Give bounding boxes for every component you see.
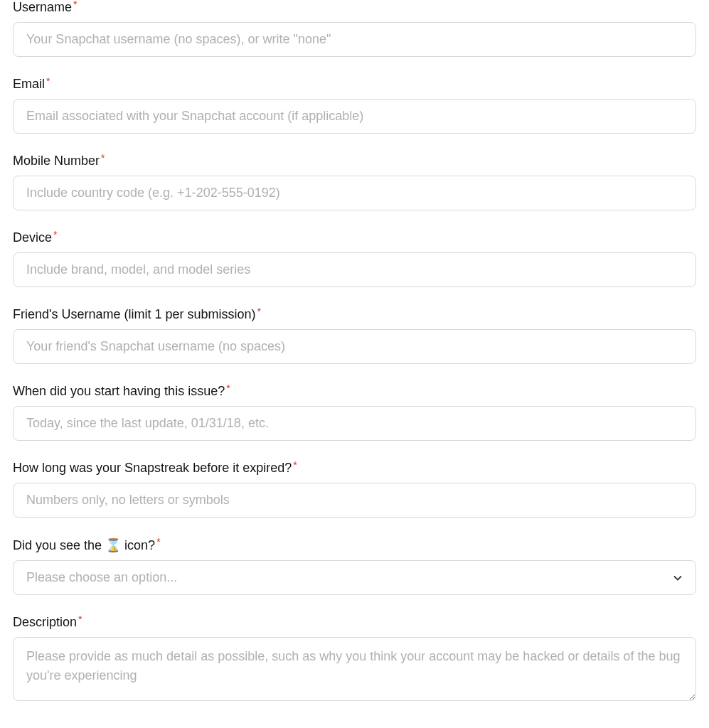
username-label: Username* (13, 0, 77, 15)
device-field-group: Device* (13, 230, 696, 287)
email-input[interactable] (13, 99, 696, 134)
required-asterisk: * (53, 229, 57, 240)
email-label: Email* (13, 77, 50, 92)
description-label: Description* (13, 615, 82, 630)
label-text: Friend's Username (limit 1 per submissio… (13, 307, 256, 321)
label-text: Device (13, 230, 52, 245)
email-field-group: Email* (13, 77, 696, 134)
required-asterisk: * (101, 152, 105, 164)
required-asterisk: * (257, 306, 261, 317)
description-field-group: Description* (13, 615, 696, 704)
issue-start-input[interactable] (13, 406, 696, 441)
required-asterisk: * (293, 459, 297, 471)
issue-start-label: When did you start having this issue?* (13, 384, 230, 399)
device-input[interactable] (13, 252, 696, 287)
snapstreak-length-label: How long was your Snapstreak before it e… (13, 461, 297, 476)
saw-icon-select[interactable]: Please choose an option... (13, 560, 696, 595)
saw-icon-select-wrapper[interactable]: Please choose an option... (13, 560, 696, 595)
mobile-field-group: Mobile Number* (13, 154, 696, 210)
mobile-input[interactable] (13, 176, 696, 210)
device-label: Device* (13, 230, 57, 245)
username-field-group: Username* (13, 0, 696, 57)
username-input[interactable] (13, 22, 696, 57)
snapstreak-length-field-group: How long was your Snapstreak before it e… (13, 461, 696, 518)
saw-icon-label: Did you see the ⌛ icon?* (13, 537, 161, 553)
snapstreak-length-input[interactable] (13, 483, 696, 518)
label-text-post: icon? (121, 538, 155, 552)
required-asterisk: * (78, 614, 82, 625)
select-placeholder: Please choose an option... (26, 570, 177, 584)
required-asterisk: * (226, 382, 230, 394)
friend-username-field-group: Friend's Username (limit 1 per submissio… (13, 307, 696, 364)
required-asterisk: * (73, 0, 77, 10)
label-text: Mobile Number (13, 154, 100, 168)
label-text-pre: Did you see the (13, 538, 105, 552)
support-form: Username* Email* Mobile Number* Device* … (13, 0, 696, 704)
description-textarea[interactable] (13, 637, 696, 701)
hourglass-icon: ⌛ (105, 538, 121, 552)
issue-start-field-group: When did you start having this issue?* (13, 384, 696, 441)
label-text: How long was your Snapstreak before it e… (13, 461, 292, 475)
label-text: When did you start having this issue? (13, 384, 225, 398)
saw-icon-field-group: Did you see the ⌛ icon?* Please choose a… (13, 537, 696, 595)
label-text: Email (13, 77, 45, 91)
label-text: Description (13, 615, 77, 629)
required-asterisk: * (156, 536, 160, 547)
friend-username-label: Friend's Username (limit 1 per submissio… (13, 307, 261, 322)
mobile-label: Mobile Number* (13, 154, 105, 168)
label-text: Username (13, 0, 72, 14)
friend-username-input[interactable] (13, 329, 696, 364)
required-asterisk: * (46, 75, 50, 87)
